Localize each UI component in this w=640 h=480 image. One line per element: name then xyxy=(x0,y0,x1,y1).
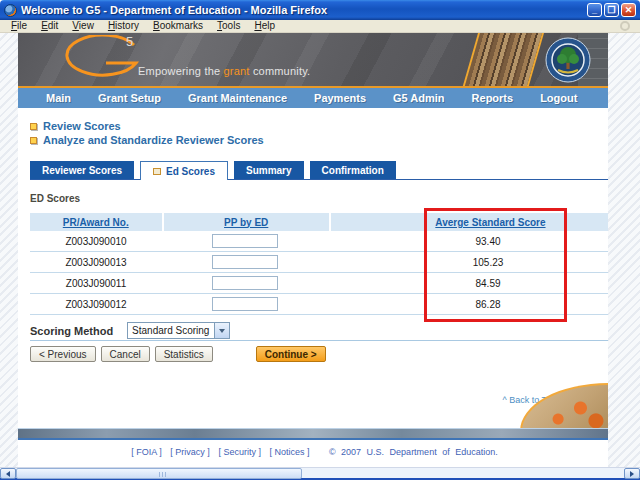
chevron-down-icon xyxy=(219,329,225,333)
page-content: 5 Empowering the grant community. xyxy=(18,33,608,467)
browser-window: Welcome to G5 - Department of Education … xyxy=(0,0,640,480)
award-no-cell: Z003J090012 xyxy=(30,299,162,310)
avg-score-cell: 105.23 xyxy=(328,257,606,268)
security-link[interactable]: [ Security ] xyxy=(218,447,261,457)
g5-logo-five: 5 xyxy=(126,34,133,49)
scrollbar-grip-icon xyxy=(159,472,167,477)
avg-score-cell: 93.40 xyxy=(328,236,606,247)
menu-help[interactable]: Help xyxy=(247,20,282,32)
award-no-cell: Z003J090013 xyxy=(30,257,162,268)
pp-by-ed-input[interactable] xyxy=(212,276,278,290)
previous-button[interactable]: < Previous xyxy=(30,346,96,362)
main-nav: Main Grant Setup Grant Maintenance Payme… xyxy=(18,88,608,110)
footer: [ FOIA ] [ Privacy ] [ Security ] [ Noti… xyxy=(18,447,608,457)
continue-button[interactable]: Continue > xyxy=(256,346,326,362)
scrollbar-thumb[interactable] xyxy=(16,468,302,479)
pr-award-no-sort-link[interactable]: PR/Award No. xyxy=(63,217,129,228)
nav-logout[interactable]: Logout xyxy=(540,92,577,104)
foia-link[interactable]: [ FOIA ] xyxy=(131,447,162,457)
department-of-education-seal-icon xyxy=(545,37,591,83)
maximize-button[interactable]: ❐ xyxy=(604,3,619,17)
pp-by-ed-input[interactable] xyxy=(212,297,278,311)
tab-reviewer-scores[interactable]: Reviewer Scores xyxy=(30,161,134,179)
selected-option: Standard Scoring xyxy=(128,325,214,336)
nav-g5-admin[interactable]: G5 Admin xyxy=(393,92,445,104)
review-scores-link[interactable]: Review Scores xyxy=(43,120,121,132)
tab-ed-scores[interactable]: Ed Scores xyxy=(140,161,228,180)
header-averge-standard-score: Averge Standard Score xyxy=(331,213,608,231)
scroll-left-button[interactable] xyxy=(0,468,16,479)
tab-summary[interactable]: Summary xyxy=(234,161,304,179)
firefox-icon xyxy=(4,4,17,17)
bullet-square-icon xyxy=(30,123,37,130)
table-row: Z003J090011 84.59 xyxy=(30,273,608,294)
award-no-cell: Z003J090011 xyxy=(30,278,162,289)
table-row: Z003J090013 105.23 xyxy=(30,252,608,273)
horizontal-scrollbar[interactable] xyxy=(0,467,640,480)
page-background: 5 Empowering the grant community. xyxy=(0,33,640,467)
ed-scores-table: PR/Award No. PP by ED Averge Standard Sc… xyxy=(30,213,608,315)
nav-reports[interactable]: Reports xyxy=(472,92,514,104)
cancel-button[interactable]: Cancel xyxy=(101,346,150,362)
avg-score-cell: 86.28 xyxy=(328,299,606,310)
avg-score-cell: 84.59 xyxy=(328,278,606,289)
pp-by-ed-sort-link[interactable]: PP by ED xyxy=(224,217,268,228)
menu-view[interactable]: View xyxy=(65,20,101,32)
header-pp-by-ed: PP by ED xyxy=(164,213,329,231)
privacy-link[interactable]: [ Privacy ] xyxy=(170,447,210,457)
notices-link[interactable]: [ Notices ] xyxy=(269,447,309,457)
menu-bookmarks[interactable]: Bookmarks xyxy=(146,20,210,32)
analyze-standardize-link[interactable]: Analyze and Standardize Reviewer Scores xyxy=(43,134,264,146)
menu-file[interactable]: File xyxy=(4,20,34,32)
section-title: ED Scores xyxy=(30,193,80,204)
statistics-button[interactable]: Statistics xyxy=(155,346,213,362)
menu-history[interactable]: History xyxy=(101,20,146,32)
nav-grant-maintenance[interactable]: Grant Maintenance xyxy=(188,92,287,104)
nav-grant-setup[interactable]: Grant Setup xyxy=(98,92,161,104)
header-pr-award-no: PR/Award No. xyxy=(30,213,162,231)
banner-tagline: Empowering the grant community. xyxy=(138,65,310,77)
menu-edit[interactable]: Edit xyxy=(34,20,65,32)
arrow-right-icon xyxy=(630,471,634,477)
scoring-method-group: Scoring Method Standard Scoring xyxy=(30,322,230,339)
pp-by-ed-input[interactable] xyxy=(212,234,278,248)
window-titlebar: Welcome to G5 - Department of Education … xyxy=(0,0,640,20)
scroll-right-button[interactable] xyxy=(624,468,640,479)
minimize-button[interactable]: _ xyxy=(587,3,602,17)
nav-main[interactable]: Main xyxy=(46,92,71,104)
bullet-square-icon xyxy=(30,137,37,144)
tab-confirmation[interactable]: Confirmation xyxy=(310,161,396,179)
ed-scores-tab-icon xyxy=(153,168,161,175)
scoring-method-select[interactable]: Standard Scoring xyxy=(127,322,230,339)
pp-by-ed-input[interactable] xyxy=(212,255,278,269)
breadcrumb-analyze: Analyze and Standardize Reviewer Scores xyxy=(30,134,264,146)
table-row: Z003J090010 93.40 xyxy=(30,231,608,252)
menu-bar: File Edit View History Bookmarks Tools H… xyxy=(0,20,640,33)
tab-divider xyxy=(30,179,608,180)
tab-strip: Reviewer Scores Ed Scores Summary Confir… xyxy=(30,161,396,180)
nav-payments[interactable]: Payments xyxy=(314,92,366,104)
close-button[interactable]: ✕ xyxy=(621,3,636,17)
arrow-left-icon xyxy=(6,471,10,477)
table-row: Z003J090012 86.28 xyxy=(30,294,608,315)
throbber-icon xyxy=(620,21,630,31)
g5-banner: 5 Empowering the grant community. xyxy=(18,33,608,88)
breadcrumb-review-scores: Review Scores xyxy=(30,120,121,132)
averge-standard-score-sort-link[interactable]: Averge Standard Score xyxy=(435,217,545,228)
award-no-cell: Z003J090010 xyxy=(30,236,162,247)
copyright-text: © 2007 U.S. Department of Education. xyxy=(329,447,498,457)
dropdown-button[interactable] xyxy=(214,323,229,338)
scoring-method-label: Scoring Method xyxy=(30,325,113,337)
action-buttons: < Previous Cancel Statistics Continue > xyxy=(30,346,326,362)
table-header-row: PR/Award No. PP by ED Averge Standard Sc… xyxy=(30,213,608,231)
classroom-corner-image xyxy=(520,383,608,431)
footer-photo-bar xyxy=(18,428,608,440)
window-title: Welcome to G5 - Department of Education … xyxy=(21,4,587,16)
menu-tools[interactable]: Tools xyxy=(210,20,247,32)
divider-line xyxy=(30,340,608,341)
